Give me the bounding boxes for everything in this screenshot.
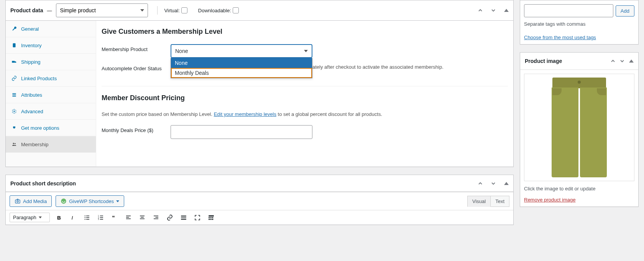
italic-button[interactable]: I — [69, 213, 77, 222]
bullet-list-button[interactable] — [83, 213, 91, 222]
tab-get-more-options[interactable]: Get more options — [6, 120, 96, 136]
chevron-down-icon — [304, 50, 308, 52]
tags-hint: Separate tags with commas — [524, 21, 634, 27]
align-center-button[interactable] — [138, 213, 146, 222]
align-left-button[interactable] — [124, 213, 133, 222]
svg-rect-20 — [100, 215, 103, 216]
tab-attributes[interactable]: Attributes — [6, 87, 96, 103]
tab-general[interactable]: General — [6, 21, 96, 37]
membership-heading: Give Customers a Membership Level — [102, 28, 508, 36]
align-right-button[interactable] — [152, 213, 160, 222]
svg-rect-18 — [86, 219, 89, 220]
tab-membership[interactable]: Membership — [6, 136, 96, 153]
svg-rect-36 — [181, 217, 186, 218]
collapse-toggle-icon[interactable] — [504, 182, 509, 185]
editor-format-toolbar: Paragraph B I 123 “ — [6, 210, 513, 225]
svg-point-5 — [13, 111, 15, 112]
svg-rect-3 — [12, 94, 16, 95]
svg-rect-30 — [141, 217, 144, 218]
vertical-divider — [157, 6, 158, 15]
svg-rect-2 — [12, 93, 16, 94]
collapse-toggle-icon[interactable] — [629, 59, 634, 63]
tag-input[interactable] — [524, 4, 613, 17]
pants-image-icon — [549, 78, 610, 177]
move-down-button[interactable] — [489, 179, 498, 188]
membership-product-label: Membership Product — [102, 44, 167, 52]
svg-point-10 — [61, 198, 66, 203]
bold-button[interactable]: B — [55, 213, 64, 222]
svg-rect-40 — [210, 217, 211, 218]
tab-label: General — [21, 26, 39, 32]
add-media-button[interactable]: Add Media — [10, 195, 52, 207]
tab-linked-products[interactable]: Linked Products — [6, 70, 96, 87]
move-up-button[interactable] — [476, 6, 485, 15]
insert-more-button[interactable] — [179, 213, 188, 222]
product-image-thumbnail[interactable] — [524, 74, 634, 181]
product-data-title: Product data — [10, 7, 43, 13]
tags-panel: Add Separate tags with commas Choose fro… — [520, 0, 639, 45]
svg-text:B: B — [57, 215, 61, 220]
tab-label: Inventory — [21, 43, 41, 48]
remove-product-image-link[interactable]: Remove product image — [524, 197, 575, 203]
svg-rect-39 — [209, 217, 210, 218]
svg-rect-38 — [209, 215, 214, 216]
autocomplete-order-label: Autocomplete Order Status — [102, 63, 167, 71]
dropdown-option-none[interactable]: None — [171, 58, 312, 68]
add-tag-button[interactable]: Add — [616, 5, 634, 17]
svg-point-7 — [15, 143, 16, 144]
tab-advanced[interactable]: Advanced — [6, 103, 96, 120]
virtual-checkbox[interactable] — [181, 7, 187, 13]
svg-rect-1 — [12, 61, 15, 63]
svg-rect-44 — [212, 219, 213, 220]
collapse-toggle-icon[interactable] — [504, 9, 509, 12]
virtual-toggle[interactable]: Virtual: — [164, 7, 187, 13]
monthly-deals-price-label: Monthly Deals Price ($) — [102, 125, 167, 133]
paragraph-format-select[interactable]: Paragraph — [10, 213, 50, 222]
move-down-button[interactable] — [618, 56, 627, 66]
product-data-header: Product data — Simple product Virtual: D… — [6, 0, 513, 21]
product-data-tabs: General Inventory Shipping Linked Produc… — [6, 21, 96, 167]
svg-rect-8 — [15, 200, 20, 203]
insert-link-button[interactable] — [166, 213, 174, 222]
choose-used-tags-link[interactable]: Choose from the most used tags — [524, 35, 596, 40]
move-up-button[interactable] — [476, 179, 485, 188]
svg-rect-22 — [100, 217, 103, 218]
svg-rect-33 — [155, 217, 158, 218]
caret-down-icon — [39, 216, 42, 218]
tab-label: Linked Products — [21, 76, 57, 81]
editor-tab-visual[interactable]: Visual — [467, 196, 491, 207]
editor-tab-text[interactable]: Text — [491, 196, 509, 207]
tab-label: Advanced — [21, 109, 43, 114]
tab-shipping[interactable]: Shipping — [6, 54, 96, 70]
svg-rect-37 — [181, 219, 186, 220]
move-down-button[interactable] — [489, 6, 498, 15]
membership-product-select[interactable]: None — [171, 44, 312, 58]
list-icon — [11, 92, 17, 98]
product-type-select-wrap: Simple product — [56, 3, 148, 17]
svg-rect-32 — [154, 215, 158, 216]
number-list-button[interactable]: 123 — [97, 213, 105, 222]
monthly-deals-price-input[interactable] — [171, 125, 312, 139]
membership-product-dropdown: None Monthly Deals — [171, 58, 312, 78]
svg-rect-34 — [154, 218, 158, 219]
gear-icon — [11, 108, 17, 114]
edit-membership-levels-link[interactable]: Edit your membership levels — [214, 111, 276, 117]
blockquote-button[interactable]: “ — [110, 213, 119, 222]
svg-rect-16 — [86, 217, 89, 218]
toolbar-toggle-button[interactable] — [207, 213, 215, 222]
tab-inventory[interactable]: Inventory — [6, 37, 96, 54]
product-type-select[interactable]: Simple product — [56, 3, 148, 17]
dropdown-option-monthly-deals[interactable]: Monthly Deals — [171, 68, 312, 78]
editor-top-toolbar: Add Media GiveWP Shortcodes Visual Text — [6, 192, 513, 210]
givewp-shortcodes-button[interactable]: GiveWP Shortcodes — [56, 195, 124, 207]
membership-level-section: Give Customers a Membership Level Member… — [102, 28, 508, 84]
svg-point-17 — [84, 219, 85, 220]
svg-point-15 — [84, 217, 85, 218]
downloadable-toggle[interactable]: Downloadable: — [198, 7, 239, 13]
move-up-button[interactable] — [608, 56, 618, 66]
svg-rect-35 — [181, 215, 186, 216]
product-image-header: Product image — [520, 53, 638, 70]
downloadable-checkbox[interactable] — [233, 7, 239, 13]
dash-separator: — — [47, 8, 52, 13]
fullscreen-button[interactable] — [193, 213, 202, 222]
